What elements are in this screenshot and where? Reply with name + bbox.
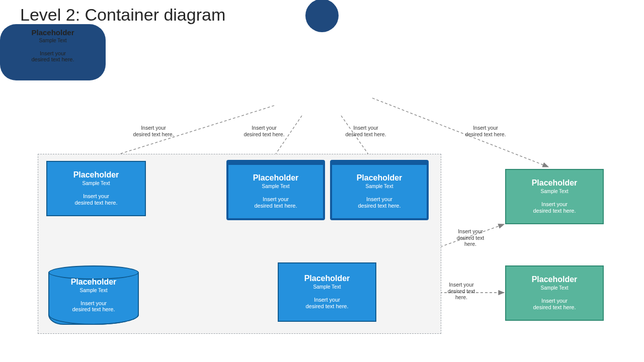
- node-heading: Placeholder: [304, 274, 350, 283]
- container-box-3: Placeholder Sample Text Insert yourdesir…: [330, 160, 429, 220]
- node-body: Insert yourdesired text here.: [75, 193, 118, 207]
- node-body: Insert yourdesired text here.: [533, 201, 576, 215]
- edge-label: Insert yourdesired texthere.: [443, 228, 498, 247]
- node-subtitle: Sample Text: [313, 284, 341, 290]
- node-body: Insert yourdesired text here.: [533, 298, 576, 312]
- container-box-2: Placeholder Sample Text Insert yourdesir…: [226, 160, 325, 220]
- edge-label: Insert yourdesired text here.: [338, 125, 393, 137]
- container-database: Placeholder Sample Text Insert yourdesir…: [48, 265, 139, 325]
- node-heading: Placeholder: [0, 28, 106, 37]
- node-heading: Placeholder: [253, 173, 299, 183]
- slide: Level 2: Container diagram Insert yourde…: [0, 0, 644, 362]
- node-body: Insert yourdesired text here.: [306, 297, 349, 311]
- person-head-icon: [305, 0, 339, 32]
- node-subtitle: Sample Text: [541, 189, 569, 194]
- page-title: Level 2: Container diagram: [20, 5, 225, 25]
- node-subtitle: Sample Text: [83, 180, 110, 186]
- edge-label: Insert yourdesired text here.: [458, 125, 513, 137]
- node-subtitle: Sample Text: [541, 285, 569, 291]
- edge-label: Insert yourdesired texthere.: [434, 282, 489, 301]
- node-heading: Placeholder: [357, 173, 403, 183]
- node-heading: Placeholder: [532, 275, 578, 284]
- external-system-1: Placeholder Sample Text Insert yourdesir…: [505, 169, 604, 224]
- container-api: Placeholder Sample Text Insert yourdesir…: [278, 262, 376, 322]
- node-body: Insert yourdesired text here.: [255, 196, 297, 210]
- node-heading: Placeholder: [48, 278, 139, 287]
- edge-label: Insert yourdesired text here.: [236, 125, 292, 137]
- node-body: Insert yourdesired text here.: [48, 300, 139, 312]
- node-body: Insert yourdesired text here.: [358, 196, 401, 210]
- node-subtitle: Sample Text: [0, 38, 106, 43]
- node-heading: Placeholder: [532, 178, 578, 188]
- container-box-1: Placeholder Sample Text Insert yourdesir…: [46, 161, 146, 216]
- external-system-2: Placeholder Sample Text Insert yourdesir…: [505, 265, 604, 321]
- node-text: Placeholder Sample Text Insert yourdesir…: [48, 278, 139, 312]
- node-subtitle: Sample Text: [262, 184, 290, 189]
- node-body: Insert yourdesired text here.: [0, 50, 106, 62]
- actor-text: Placeholder Sample Text Insert yourdesir…: [0, 28, 106, 62]
- node-subtitle: Sample Text: [366, 184, 393, 189]
- edge-label: Insert yourdesired text here.: [126, 125, 181, 137]
- node-subtitle: Sample Text: [48, 288, 139, 293]
- node-heading: Placeholder: [73, 170, 119, 179]
